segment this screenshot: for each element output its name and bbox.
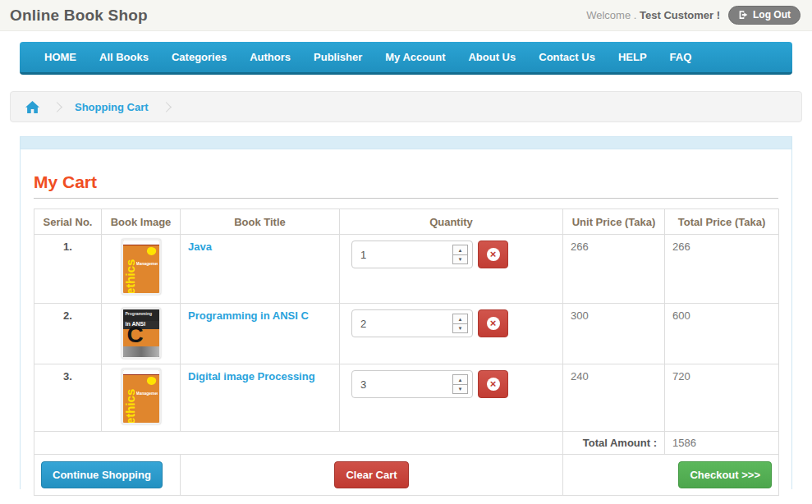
welcome-text: Welcome . Test Customer ! bbox=[586, 9, 720, 21]
col-book-title: Book Title bbox=[181, 209, 340, 235]
cover-text: Programming bbox=[123, 309, 159, 321]
cover-starburst bbox=[145, 245, 157, 256]
continue-shopping-button[interactable]: Continue Shopping bbox=[41, 461, 163, 488]
delete-icon: × bbox=[487, 248, 500, 261]
checkout-button[interactable]: Checkout >>> bbox=[678, 461, 772, 488]
col-unit-price: Unit Price (Taka) bbox=[563, 209, 665, 235]
delete-icon: × bbox=[487, 378, 500, 391]
col-book-image: Book Image bbox=[102, 209, 181, 235]
nav-wrap: HOME All Books Categories Authors Publis… bbox=[0, 31, 812, 75]
total-row-spacer bbox=[34, 432, 563, 455]
spinner-down-icon[interactable]: ▼ bbox=[452, 323, 468, 333]
remove-item-button[interactable]: × bbox=[478, 241, 508, 268]
unit-price: 300 bbox=[563, 304, 665, 364]
total-price: 720 bbox=[665, 364, 779, 432]
cover-subtext: Management bbox=[136, 391, 158, 396]
nav-item-all-books[interactable]: All Books bbox=[88, 42, 160, 72]
spinner-down-icon[interactable]: ▼ bbox=[452, 254, 468, 264]
breadcrumb-chevron-icon bbox=[52, 102, 62, 112]
remove-item-button[interactable]: × bbox=[478, 370, 508, 398]
col-total-price: Total Price (Taka) bbox=[665, 209, 779, 235]
cover-subtext: Management bbox=[136, 261, 158, 266]
table-row: 1. ethics Management Java bbox=[34, 235, 779, 304]
panel-heading-strip bbox=[21, 137, 791, 149]
book-title-link[interactable]: Digital image Processing bbox=[188, 370, 315, 383]
title-divider bbox=[34, 198, 778, 199]
table-row: 2. Programming in ANSI C Programming in … bbox=[34, 304, 779, 364]
nav-item-authors[interactable]: Authors bbox=[238, 42, 302, 72]
cover-text: ethics bbox=[124, 247, 136, 295]
breadcrumb: Shopping Cart bbox=[10, 91, 802, 122]
serial-number: 2. bbox=[34, 304, 102, 364]
breadcrumb-home-link[interactable] bbox=[25, 101, 39, 113]
nav-item-contact-us[interactable]: Contact Us bbox=[527, 42, 607, 72]
quantity-stepper[interactable]: ▲ ▼ bbox=[452, 314, 468, 333]
cover-starburst bbox=[145, 375, 157, 386]
spinner-down-icon[interactable]: ▼ bbox=[452, 384, 468, 394]
clear-cart-button[interactable]: Clear Cart bbox=[334, 461, 408, 488]
nav-item-my-account[interactable]: My Account bbox=[374, 42, 456, 72]
cart-panel: My Cart Serial No. Book Image Book Title… bbox=[20, 136, 792, 489]
unit-price: 266 bbox=[563, 235, 665, 304]
delete-icon: × bbox=[487, 317, 500, 330]
main-navbar: HOME All Books Categories Authors Publis… bbox=[20, 42, 792, 75]
breadcrumb-current[interactable]: Shopping Cart bbox=[75, 101, 149, 113]
page-title: My Cart bbox=[34, 172, 778, 192]
nav-item-publisher[interactable]: Publisher bbox=[302, 42, 374, 72]
site-title: Online Book Shop bbox=[10, 7, 148, 25]
cover-text: ethics bbox=[124, 377, 136, 424]
quantity-stepper[interactable]: ▲ ▼ bbox=[452, 245, 468, 264]
remove-item-button[interactable]: × bbox=[478, 309, 508, 337]
serial-number: 1. bbox=[34, 235, 102, 304]
book-cover-image: Programming in ANSI C bbox=[122, 308, 161, 359]
total-price: 266 bbox=[665, 235, 779, 304]
col-serial: Serial No. bbox=[34, 209, 102, 235]
quantity-input[interactable] bbox=[352, 249, 452, 261]
welcome-username: Test Customer ! bbox=[640, 9, 720, 21]
cart-table: Serial No. Book Image Book Title Quantit… bbox=[34, 208, 779, 496]
unit-price: 240 bbox=[563, 364, 665, 432]
table-row: 3. ethics Management Digital image Proce… bbox=[34, 364, 779, 432]
table-header-row: Serial No. Book Image Book Title Quantit… bbox=[34, 209, 779, 235]
book-cover-image: ethics Management bbox=[122, 239, 161, 295]
logout-button[interactable]: Log Out bbox=[728, 6, 801, 25]
home-icon bbox=[25, 101, 39, 113]
col-quantity: Quantity bbox=[340, 209, 563, 235]
nav-item-about-us[interactable]: About Us bbox=[456, 42, 527, 72]
total-row: Total Amount : 1586 bbox=[34, 432, 779, 455]
logout-icon bbox=[738, 10, 749, 20]
cover-text: C bbox=[127, 323, 144, 346]
total-price: 600 bbox=[665, 304, 779, 364]
logout-label: Log Out bbox=[753, 9, 791, 21]
breadcrumb-chevron-icon bbox=[161, 102, 172, 112]
book-cover-image: ethics Management bbox=[122, 369, 161, 424]
nav-item-home[interactable]: HOME bbox=[33, 42, 88, 72]
spinner-up-icon[interactable]: ▲ bbox=[452, 374, 468, 384]
total-amount-label: Total Amount : bbox=[563, 432, 665, 455]
nav-item-help[interactable]: HELP bbox=[607, 42, 658, 72]
quantity-stepper[interactable]: ▲ ▼ bbox=[452, 374, 468, 394]
top-header: Online Book Shop Welcome . Test Customer… bbox=[0, 0, 812, 31]
total-amount-value: 1586 bbox=[665, 432, 779, 455]
spinner-up-icon[interactable]: ▲ bbox=[452, 314, 468, 323]
quantity-input[interactable] bbox=[352, 378, 452, 391]
quantity-input[interactable] bbox=[352, 318, 452, 330]
book-title-link[interactable]: Programming in ANSI C bbox=[188, 309, 309, 322]
book-title-link[interactable]: Java bbox=[188, 241, 212, 253]
welcome-prefix: Welcome . bbox=[586, 9, 636, 21]
spinner-up-icon[interactable]: ▲ bbox=[452, 245, 468, 254]
nav-item-categories[interactable]: Categories bbox=[160, 42, 238, 72]
actions-row: Continue Shopping Clear Cart Checkout >>… bbox=[34, 455, 779, 496]
serial-number: 3. bbox=[34, 364, 102, 432]
nav-item-faq[interactable]: FAQ bbox=[658, 42, 704, 72]
